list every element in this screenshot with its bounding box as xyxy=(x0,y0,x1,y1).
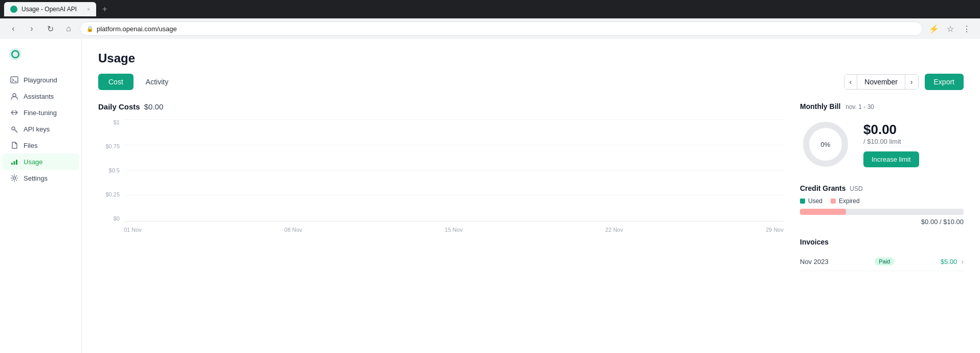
svg-point-6 xyxy=(13,177,16,180)
extensions-button[interactable]: ⚡ xyxy=(927,21,941,36)
prev-month-button[interactable]: ‹ xyxy=(844,75,857,89)
used-label: Used xyxy=(808,197,822,205)
grid-line-top xyxy=(124,119,784,120)
bill-content: 0% $0.00 / $10.00 limit Increase limit xyxy=(800,119,964,170)
invoice-right: $5.00 › xyxy=(941,257,964,266)
new-tab-button[interactable]: + xyxy=(98,3,111,16)
sidebar-item-files[interactable]: Files xyxy=(2,137,79,153)
assistants-icon xyxy=(10,92,18,100)
grid-line-25 xyxy=(124,145,784,145)
sidebar-item-label-settings: Settings xyxy=(24,174,48,182)
main-content: Usage Cost Activity ‹ November › Export xyxy=(82,39,980,353)
invoices-title: Invoices xyxy=(800,238,964,246)
finetune-icon xyxy=(10,108,18,117)
donut-label: 0% xyxy=(821,141,831,148)
bill-limit: / $10.00 limit xyxy=(863,138,919,145)
browser-actions: ⚡ ☆ ⋮ xyxy=(927,21,974,36)
sidebar-item-fine-tuning[interactable]: Fine-tuning xyxy=(2,104,79,121)
donut-chart: 0% xyxy=(800,119,851,170)
grid-line-50 xyxy=(124,170,784,171)
invoice-amount: $5.00 xyxy=(941,258,957,266)
home-button[interactable]: ⌂ xyxy=(61,21,76,36)
svg-rect-4 xyxy=(14,161,15,165)
tab-favicon xyxy=(10,6,17,13)
daily-costs-value: $0.00 xyxy=(144,102,164,111)
sidebar-item-assistants[interactable]: Assistants xyxy=(2,88,79,104)
bookmark-button[interactable]: ☆ xyxy=(943,21,957,36)
monthly-bill-section: Monthly Bill nov. 1 - 30 0% xyxy=(800,102,964,170)
daily-costs-title: Daily Costs xyxy=(98,102,140,111)
daily-costs-header: Daily Costs $0.00 xyxy=(98,102,784,119)
lock-icon: 🔒 xyxy=(86,26,94,32)
month-navigator: ‹ November › xyxy=(844,74,919,90)
credit-legend: Used Expired xyxy=(800,197,964,205)
svg-rect-3 xyxy=(11,163,13,165)
export-button[interactable]: Export xyxy=(925,74,964,90)
back-button[interactable]: ‹ xyxy=(6,21,20,36)
credit-grants-header: Credit Grants USD xyxy=(800,184,964,192)
credit-grants-section: Credit Grants USD Used Expired xyxy=(800,184,964,226)
chart-x-axis: 01 Nov 08 Nov 15 Nov 22 Nov 29 Nov xyxy=(124,223,784,237)
current-month-label: November xyxy=(857,75,905,89)
expired-bar xyxy=(800,209,846,215)
invoice-paid-badge: Paid xyxy=(875,257,894,266)
file-icon xyxy=(10,141,18,149)
x-label-29nov: 29 Nov xyxy=(766,227,784,233)
sidebar-item-label-fine-tuning: Fine-tuning xyxy=(24,109,57,117)
sidebar-item-label-playground: Playground xyxy=(24,76,57,84)
terminal-icon xyxy=(10,76,18,84)
y-label-075: $0.75 xyxy=(98,143,124,149)
sidebar-item-api-keys[interactable]: API keys xyxy=(2,121,79,137)
expired-label: Expired xyxy=(839,197,860,205)
key-icon xyxy=(10,125,18,133)
legend-expired: Expired xyxy=(831,197,860,205)
credit-amounts: $0.00 / $10.00 xyxy=(800,218,964,226)
tab-title: Usage - OpenAI API xyxy=(21,6,77,13)
info-panel: Monthly Bill nov. 1 - 30 0% xyxy=(800,102,964,271)
menu-button[interactable]: ⋮ xyxy=(960,21,974,36)
increase-limit-button[interactable]: Increase limit xyxy=(863,151,919,167)
grid-line-75 xyxy=(124,195,784,196)
address-bar[interactable]: 🔒 platform.openai.com/usage xyxy=(80,21,923,36)
x-label-22nov: 22 Nov xyxy=(605,227,623,233)
monthly-bill-title: Monthly Bill xyxy=(800,102,840,111)
svg-point-1 xyxy=(13,94,16,97)
tab-bar-cost-activity: Cost Activity xyxy=(98,74,179,90)
invoice-date: Nov 2023 xyxy=(800,258,829,266)
chart-area xyxy=(124,119,784,222)
x-label-08nov: 08 Nov xyxy=(284,227,302,233)
billing-period: nov. 1 - 30 xyxy=(845,103,874,111)
sidebar-item-playground[interactable]: Playground xyxy=(2,72,79,88)
x-label-01nov: 01 Nov xyxy=(124,227,142,233)
invoice-row[interactable]: Nov 2023 Paid $5.00 › xyxy=(800,252,964,271)
credit-currency: USD xyxy=(850,185,862,192)
invoice-chevron-icon: › xyxy=(961,257,964,266)
forward-button[interactable]: › xyxy=(25,21,39,36)
x-label-15nov: 15 Nov xyxy=(445,227,463,233)
monthly-bill-header: Monthly Bill nov. 1 - 30 xyxy=(800,102,964,111)
tab-activity[interactable]: Activity xyxy=(136,74,179,90)
sidebar-item-settings[interactable]: Settings xyxy=(2,170,79,186)
y-label-0: $0 xyxy=(98,215,124,222)
used-dot xyxy=(800,198,805,204)
content-grid: Daily Costs $0.00 $1 $0.75 $0.5 $0.25 $0 xyxy=(98,102,964,271)
invoices-section: Invoices Nov 2023 Paid $5.00 › xyxy=(800,238,964,271)
address-text: platform.openai.com/usage xyxy=(97,25,177,33)
active-tab[interactable]: Usage - OpenAI API × xyxy=(4,2,96,16)
chart-container: $1 $0.75 $0.5 $0.25 $0 xyxy=(98,119,784,237)
svg-rect-0 xyxy=(11,77,18,83)
close-tab-button[interactable]: × xyxy=(87,7,90,12)
refresh-button[interactable]: ↻ xyxy=(43,21,57,36)
next-month-button[interactable]: › xyxy=(905,75,918,89)
expired-dot xyxy=(831,198,836,204)
sidebar-item-label-assistants: Assistants xyxy=(24,93,54,100)
tab-bar: Usage - OpenAI API × + xyxy=(4,2,111,16)
settings-icon xyxy=(10,174,18,182)
bill-details: $0.00 / $10.00 limit Increase limit xyxy=(863,122,919,167)
bill-amount: $0.00 xyxy=(863,122,919,138)
sidebar-item-usage[interactable]: Usage xyxy=(2,153,79,170)
browser-chrome: Usage - OpenAI API × + xyxy=(0,0,980,18)
tab-cost[interactable]: Cost xyxy=(98,74,133,90)
sidebar: Playground Assistants Fine-tuning API ke… xyxy=(0,39,82,353)
credit-grants-title: Credit Grants xyxy=(800,184,845,192)
